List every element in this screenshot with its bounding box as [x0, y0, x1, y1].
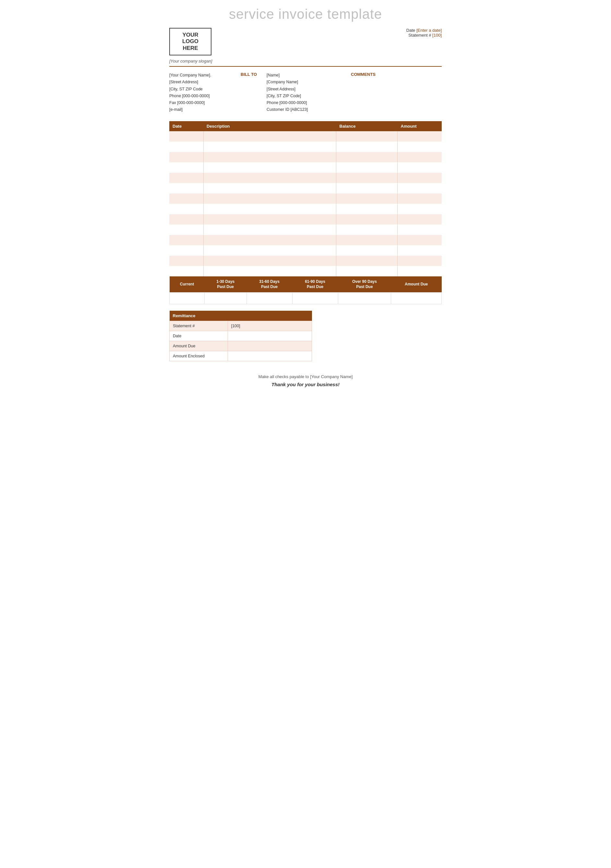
table-cell-5-3 [398, 183, 442, 194]
table-cell-10-1 [203, 235, 336, 245]
table-cell-1-3 [398, 142, 442, 152]
table-cell-12-1 [203, 256, 336, 266]
table-row [169, 142, 442, 152]
table-cell-7-3 [398, 204, 442, 214]
table-row [169, 194, 442, 204]
table-cell-9-0 [169, 225, 203, 235]
comments-label: COMMENTS [351, 72, 442, 77]
th-description: Description [203, 121, 336, 131]
remittance-row: Statement #[100] [169, 321, 312, 331]
table-cell-8-2 [336, 214, 398, 225]
table-row [169, 152, 442, 162]
table-cell-7-2 [336, 204, 398, 214]
table-row [169, 162, 442, 173]
remittance-row: Amount Due [169, 341, 312, 351]
table-cell-4-3 [398, 173, 442, 183]
table-cell-13-3 [398, 266, 442, 276]
table-cell-1-1 [203, 142, 336, 152]
table-cell-6-1 [203, 194, 336, 204]
company-phone: Phone [000-000-0000] [169, 93, 241, 99]
table-cell-9-3 [398, 225, 442, 235]
table-row [169, 266, 442, 276]
summary-current [169, 293, 205, 304]
company-email: [e-mail] [169, 106, 241, 113]
header-section: YOUR LOGO HERE [Your company slogan] Dat… [169, 28, 442, 64]
table-cell-0-1 [203, 131, 336, 142]
table-cell-3-3 [398, 162, 442, 173]
company-address: [Street Address] [169, 79, 241, 85]
summary-31-60 [246, 293, 292, 304]
th-amount-due: Amount Due [391, 276, 442, 293]
date-line: Date [Enter a date] [406, 28, 442, 33]
statement-label: Statement # [408, 33, 431, 37]
table-cell-5-1 [203, 183, 336, 194]
page-title: service invoice template [169, 6, 442, 22]
table-cell-9-2 [336, 225, 398, 235]
remittance-table: Remittance Statement #[100]DateAmount Du… [169, 311, 312, 361]
table-cell-2-3 [398, 152, 442, 162]
th-31-60: 31-60 DaysPast Due [246, 276, 292, 293]
bill-to-phone: Phone [000-000-0000] [267, 99, 344, 106]
table-cell-8-0 [169, 214, 203, 225]
table-cell-0-2 [336, 131, 398, 142]
table-row [169, 235, 442, 245]
footer-section: Make all checks payable to [Your Company… [169, 374, 442, 387]
bill-to-name: [Name] [267, 72, 344, 79]
thank-you: Thank you for your business! [169, 382, 442, 387]
table-cell-6-3 [398, 194, 442, 204]
company-name: [Your Company Name]. [169, 72, 241, 79]
remittance-label-2: Amount Due [169, 341, 228, 351]
table-row [169, 245, 442, 256]
table-cell-3-0 [169, 162, 203, 173]
th-1-30: 1-30 DaysPast Due [204, 276, 246, 293]
table-row [169, 131, 442, 142]
table-cell-8-1 [203, 214, 336, 225]
table-cell-11-0 [169, 245, 203, 256]
statement-line: Statement # [100] [406, 33, 442, 37]
company-slogan: [Your company slogan] [169, 59, 212, 64]
table-cell-10-3 [398, 235, 442, 245]
table-row [169, 214, 442, 225]
th-current: Current [169, 276, 205, 293]
table-cell-11-3 [398, 245, 442, 256]
table-cell-10-2 [336, 235, 398, 245]
table-cell-6-0 [169, 194, 203, 204]
company-city: [City, ST ZIP Code [169, 86, 241, 93]
table-cell-2-0 [169, 152, 203, 162]
table-row [169, 256, 442, 266]
table-cell-12-2 [336, 256, 398, 266]
summary-over-90 [338, 293, 391, 304]
th-balance: Balance [336, 121, 398, 131]
bill-to-city: [City, ST ZIP Code] [267, 93, 344, 99]
remittance-value-2 [228, 341, 312, 351]
table-cell-1-0 [169, 142, 203, 152]
table-cell-2-2 [336, 152, 398, 162]
bill-to-label: BILL TO [241, 72, 267, 113]
table-header-row: Date Description Balance Amount [169, 121, 442, 131]
checks-payable: Make all checks payable to [Your Company… [169, 374, 442, 379]
table-row [169, 183, 442, 194]
date-value: [Enter a date] [417, 28, 442, 33]
table-cell-11-2 [336, 245, 398, 256]
th-61-90: 61-90 DaysPast Due [292, 276, 338, 293]
table-cell-6-2 [336, 194, 398, 204]
company-info: [Your Company Name]. [Street Address] [C… [169, 72, 241, 113]
th-amount: Amount [398, 121, 442, 131]
remittance-label-0: Statement # [169, 321, 228, 331]
summary-header-row: Current 1-30 DaysPast Due 31-60 DaysPast… [169, 276, 442, 293]
table-cell-5-0 [169, 183, 203, 194]
th-over-90: Over 90 DaysPast Due [338, 276, 391, 293]
header-right: Date [Enter a date] Statement # [100] [406, 28, 442, 37]
table-cell-7-0 [169, 204, 203, 214]
summary-table: Current 1-30 DaysPast Due 31-60 DaysPast… [169, 276, 442, 305]
table-cell-4-2 [336, 173, 398, 183]
remittance-row: Amount Enclosed [169, 351, 312, 361]
info-section: [Your Company Name]. [Street Address] [C… [169, 72, 442, 113]
bill-to-info: [Name] [Company Name] [Street Address] [… [267, 72, 344, 113]
table-cell-3-2 [336, 162, 398, 173]
table-row [169, 204, 442, 214]
table-row [169, 225, 442, 235]
table-cell-11-1 [203, 245, 336, 256]
remittance-value-3 [228, 351, 312, 361]
remittance-label-1: Date [169, 331, 228, 341]
